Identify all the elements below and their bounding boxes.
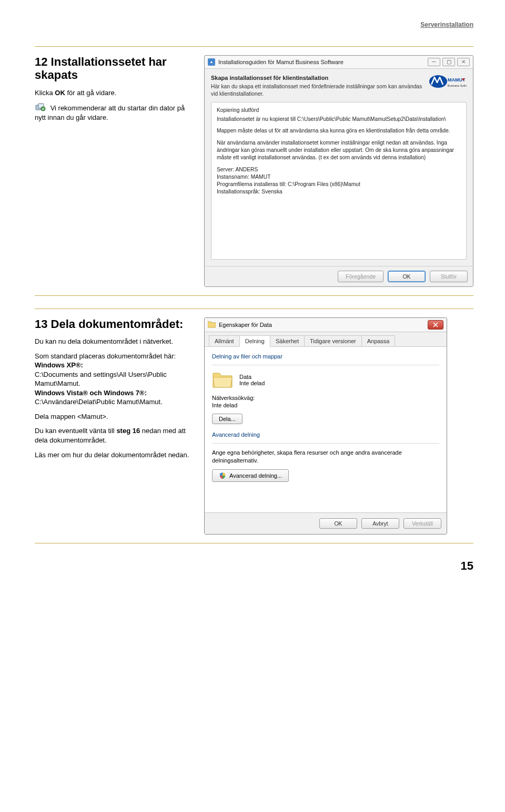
tab-bar: Allmänt Delning Säkerhet Tidigare versio… [205,332,447,347]
section-12-p1: Klicka OK för att gå vidare. [35,88,194,98]
page-header-breadcrumb: Serverinstallation [35,21,473,28]
tab-allmant[interactable]: Allmänt [209,335,240,346]
folder-large-icon [212,371,233,389]
close-button[interactable]: ✕ [457,58,470,66]
share-status: Inte delad [239,380,265,386]
wizard-copy-text2: Mappen måste delas ut för att användarna… [217,127,461,135]
svg-text:Business Software: Business Software [448,84,467,87]
section-12-title: 12 Installationssetet har skapats [35,55,194,82]
advanced-share-text: Ange egna behörigheter, skapa flera resu… [212,449,439,465]
share-name: Data [239,374,265,380]
wizard-instance: Instansnamn: MAMUT [217,174,270,180]
ok-button[interactable]: OK [388,271,426,282]
text: Som standard placeras dokumentområdet hä… [35,352,176,360]
advanced-share-label: Avancerad delning... [229,472,282,479]
section-13-p3: Dela mappen <Mamut>. [35,412,194,422]
apply-button[interactable]: Verkställ [403,518,441,529]
netpath-label: Nätverkssökväg: [212,395,439,401]
page-number: 15 [35,559,473,573]
finish-button[interactable]: Slutför [430,271,468,282]
prev-button[interactable]: Föregående [338,271,383,282]
wizard-copy-text3: När användarna använder installationsete… [217,139,461,161]
shield-icon [219,472,226,479]
section-12-p2: Vi rekommenderar att du startar din dato… [35,102,194,122]
wizard-section-subtitle: Här kan du skapa ett installationsset me… [211,83,422,98]
section-13-p4: Du kan eventuellt vänta till steg 16 ned… [35,426,194,445]
dialog-button-row: OK Avbryt Verkställ [205,513,447,534]
wizard-window: Installationsguiden för Mamut Business S… [204,55,473,287]
info-icon [35,102,46,112]
group-title-advanced: Avancerad delning [212,431,439,438]
folder-icon [208,321,216,328]
text-bold: Windows XP®: [35,361,83,369]
divider [35,295,473,296]
wizard-button-row: Föregående OK Slutför [205,266,473,286]
close-button[interactable] [428,320,443,330]
divider [35,309,473,309]
wizard-copy-label: Kopiering slutförd [217,107,461,114]
mamut-logo: MAMUT Business Software [428,74,467,94]
section-13-p5: Läs mer om hur du delar dokumentområdet … [35,450,194,460]
share-info-row: Data Inte delad [212,371,439,389]
text-bold: OK [55,89,65,97]
text-bold: steg 16 [116,427,140,435]
advanced-share-button[interactable]: Avancerad delning... [212,469,289,482]
divider [212,365,439,365]
section-13-p1: Du kan nu dela dokumentområdet i nätverk… [35,337,194,346]
tab-content: Delning av filer och mappar Data Inte de… [205,347,447,513]
maximize-button[interactable]: ▢ [442,58,455,66]
wizard-titlebar: Installationsguiden för Mamut Business S… [205,56,473,69]
section-13-title: 13 Dela dokumentområdet: [35,317,194,331]
text: Vi rekommenderar att du startar din dato… [35,104,185,121]
text-bold: Windows Vista® och Windows 7®: [35,389,147,397]
tab-delning[interactable]: Delning [239,335,270,347]
divider [212,443,439,444]
text: Du kan eventuellt vänta till [35,427,116,435]
app-icon [208,58,215,66]
wizard-server: Server: ANDERS [217,167,258,172]
ok-button[interactable]: OK [319,518,357,529]
section-13-p2: Som standard placeras dokumentområdet hä… [35,352,194,407]
wizard-title: Installationsguiden för Mamut Business S… [218,58,425,66]
wizard-section-title: Skapa installationsset för klientinstall… [211,74,422,82]
tab-sakerhet[interactable]: Säkerhet [270,335,305,346]
share-button[interactable]: Dela... [212,414,243,424]
wizard-progfiles: Programfilerna installeras till: C:\Prog… [217,181,360,187]
wizard-panel: Kopiering slutförd Installationsetet är … [211,102,467,260]
svg-point-7 [462,78,464,80]
group-title-sharing: Delning av filer och mappar [212,353,439,359]
divider [35,46,473,47]
dialog-titlebar: Egenskaper för Data [205,318,447,332]
text: C:\Documents and settings\All Users\Publ… [35,371,167,388]
properties-dialog: Egenskaper för Data Allmänt Delning Säke… [204,317,447,535]
dialog-title: Egenskaper för Data [219,322,425,328]
minimize-button[interactable]: ─ [428,58,440,66]
divider [35,543,473,543]
tab-tidigare-versioner[interactable]: Tidigare versioner [304,335,362,346]
tab-anpassa[interactable]: Anpassa [361,335,396,346]
netpath-value: Inte delad [212,402,439,408]
text: Klicka [35,89,55,97]
wizard-copy-text: Installationsetet är nu kopierat till C:… [217,116,461,123]
wizard-lang: Installationsspråk: Svenska [217,189,282,194]
cancel-button[interactable]: Avbryt [361,518,399,529]
text: för att gå vidare. [65,89,117,97]
text: C:\Användare\Delat\Public Mamut\Mamut. [35,398,163,406]
